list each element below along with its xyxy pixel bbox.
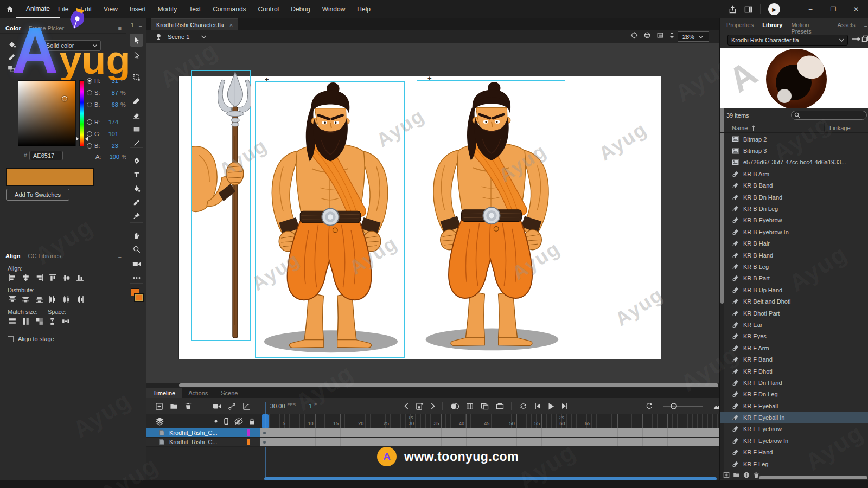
eraser-tool[interactable] <box>130 108 143 121</box>
lock-layers-icon[interactable] <box>248 418 256 425</box>
tab-timeline[interactable]: Timeline <box>146 388 182 398</box>
fill-color-icon[interactable] <box>8 40 16 49</box>
dist-right-icon[interactable] <box>75 295 85 304</box>
current-frame-value[interactable]: 1 <box>309 403 312 409</box>
library-item[interactable]: KR F Eyeball In <box>720 412 868 423</box>
menu-file[interactable]: File <box>52 0 74 18</box>
sort-ascending-icon[interactable] <box>751 125 756 131</box>
center-stage-icon[interactable] <box>630 31 638 39</box>
color-type-dropdown[interactable]: Solid color <box>42 40 101 51</box>
dist-bottom-icon[interactable] <box>35 295 44 304</box>
hide-layers-icon[interactable] <box>234 418 243 425</box>
fps-value[interactable]: 30.00 <box>270 403 285 409</box>
character-front-selection-box[interactable] <box>255 81 405 358</box>
align-h-center-icon[interactable] <box>21 273 30 282</box>
color-picker-cursor[interactable] <box>62 96 67 101</box>
library-item[interactable]: KR B Leg <box>720 261 868 272</box>
library-item[interactable]: KR Belt and Dhoti <box>720 296 868 307</box>
frame-span-icon[interactable] <box>496 403 504 410</box>
library-item[interactable]: KR F Arm <box>720 342 868 354</box>
scrollbar-thumb[interactable] <box>179 383 718 387</box>
step-forward-icon[interactable] <box>561 403 568 409</box>
saturation-brightness-picker[interactable] <box>18 80 76 146</box>
previous-keyframe-icon[interactable] <box>404 403 409 409</box>
alpha-value[interactable]: 100 <box>106 153 119 160</box>
hex-input[interactable]: AE6517 <box>29 151 63 160</box>
align-top-icon[interactable] <box>48 273 58 282</box>
menu-view[interactable]: View <box>98 0 124 18</box>
text-tool[interactable] <box>130 168 143 181</box>
tab-motion-presets[interactable]: Motion Presets <box>791 22 828 35</box>
chevron-down-icon[interactable] <box>201 35 206 38</box>
home-icon[interactable] <box>4 4 15 14</box>
minimize-button[interactable]: – <box>803 3 818 16</box>
share-icon[interactable] <box>729 5 737 14</box>
g-value[interactable]: 101 <box>105 131 118 137</box>
r-radio[interactable] <box>87 119 92 125</box>
s-value[interactable]: 87 <box>105 89 118 96</box>
library-item[interactable]: Bitmap 3 <box>720 145 868 156</box>
panel-menu-icon[interactable]: ≡ <box>118 253 122 259</box>
match-width-icon[interactable] <box>8 317 17 326</box>
layer-color-chip[interactable] <box>247 439 250 445</box>
add-camera-icon[interactable] <box>213 402 221 410</box>
panel-menu-icon[interactable]: ≡ <box>139 22 143 28</box>
tab-scene[interactable]: Scene <box>214 388 244 398</box>
timeline-ruler[interactable] <box>260 414 719 428</box>
new-library-panel-icon[interactable] <box>861 35 868 42</box>
b-radio[interactable] <box>87 102 92 107</box>
library-horizontal-scrollbar[interactable] <box>759 476 867 479</box>
library-item[interactable]: KR B Dn Hand <box>720 191 868 203</box>
match-height-icon[interactable] <box>21 317 30 326</box>
paint-bucket-tool[interactable] <box>130 182 143 195</box>
clip-content-icon[interactable] <box>656 31 664 39</box>
new-layer-icon[interactable] <box>155 402 163 410</box>
menu-control[interactable]: Control <box>252 0 285 18</box>
scene-name[interactable]: Scene 1 <box>168 34 189 40</box>
library-item[interactable]: KR F Eyeball <box>720 400 868 412</box>
menu-window[interactable]: Window <box>316 0 352 18</box>
character-front-artwork[interactable] <box>256 82 404 357</box>
loop-playback-icon[interactable] <box>519 402 527 410</box>
menu-insert[interactable]: Insert <box>124 0 152 18</box>
layer-parenting-icon[interactable] <box>228 402 236 410</box>
library-item[interactable]: KR F Hand <box>720 447 868 458</box>
rotate-view-icon[interactable] <box>643 31 651 39</box>
h-value[interactable]: 31 <box>105 78 118 84</box>
align-right-icon[interactable] <box>35 273 44 282</box>
outline-dot-icon[interactable] <box>214 418 218 425</box>
b2-radio[interactable] <box>87 143 92 149</box>
menu-modify[interactable]: Modify <box>152 0 183 18</box>
column-divider[interactable] <box>824 123 825 133</box>
space-v-icon[interactable] <box>48 317 57 326</box>
dist-h-center-icon[interactable] <box>62 295 71 304</box>
more-tools[interactable] <box>130 271 143 284</box>
free-transform-tool[interactable] <box>130 70 143 84</box>
tab-cc-libraries[interactable]: CC Libraries <box>28 253 61 259</box>
zoom-tool[interactable] <box>130 243 143 256</box>
character-copy-artwork[interactable] <box>417 81 565 356</box>
hue-arrow-left-icon[interactable] <box>76 137 79 141</box>
graph-editor-icon[interactable] <box>242 402 251 410</box>
tool-stroke-color-swatch[interactable] <box>135 294 143 301</box>
linkage-column-header[interactable]: Linkage <box>829 125 851 131</box>
current-color-swatch[interactable] <box>6 168 94 186</box>
timeline-layer[interactable]: Krodhit_Rishi_C... <box>146 438 260 447</box>
next-keyframe-icon[interactable] <box>431 403 435 409</box>
new-folder-icon[interactable] <box>733 472 740 478</box>
layer-name[interactable]: Krodhit_Rishi_C... <box>169 439 239 445</box>
pen-tool[interactable] <box>130 154 143 167</box>
test-movie-button[interactable]: ▶ <box>768 3 780 15</box>
new-symbol-icon[interactable] <box>723 472 730 478</box>
close-button[interactable]: ✕ <box>848 3 864 16</box>
library-item[interactable]: KR B Hand <box>720 249 868 261</box>
rectangle-tool[interactable] <box>130 123 143 136</box>
hue-slider[interactable] <box>79 80 84 146</box>
align-bottom-icon[interactable] <box>75 273 85 282</box>
trident-artwork[interactable] <box>192 71 251 341</box>
restore-button[interactable]: ❐ <box>826 3 841 16</box>
insert-keyframe-icon[interactable] <box>416 402 424 410</box>
tab-color[interactable]: Color <box>5 25 21 31</box>
menu-debug[interactable]: Debug <box>285 0 316 18</box>
play-icon[interactable] <box>548 403 554 410</box>
